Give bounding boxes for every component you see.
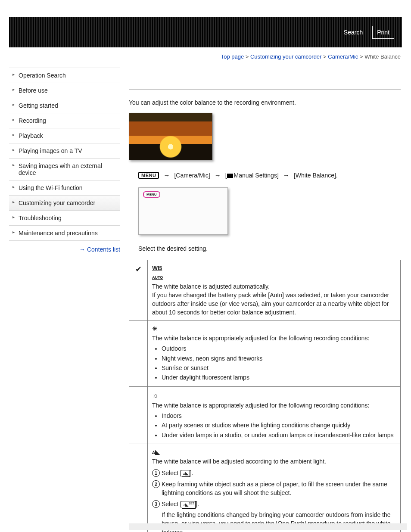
nav-wifi[interactable]: Using the Wi-Fi function bbox=[9, 180, 120, 196]
print-button[interactable]: Print bbox=[372, 26, 394, 39]
path-white-balance: [White Balance]. bbox=[294, 172, 338, 179]
nav-before-use[interactable]: Before use bbox=[9, 83, 120, 98]
path-manual-settings: [Manual Settings] bbox=[225, 172, 279, 179]
cond-item: At party scenes or studios where the lig… bbox=[162, 421, 396, 429]
contents-list-link[interactable]: Contents list bbox=[9, 246, 120, 253]
option-onepush-lead: The white balance will be adjusted accor… bbox=[152, 458, 326, 465]
path-camera-mic: [Camera/Mic] bbox=[174, 172, 210, 179]
divider bbox=[129, 89, 401, 90]
select-instruction: Select the desired setting. bbox=[138, 245, 401, 252]
onepush-icon: ▵◣ bbox=[152, 448, 160, 456]
crumb-customizing[interactable]: Customizing your camcorder bbox=[250, 53, 321, 60]
nav-playing-tv[interactable]: Playing images on a TV bbox=[9, 143, 120, 159]
options-table: ✔ WBAUTO The white balance is adjusted a… bbox=[129, 260, 401, 532]
sun-icon: ☀ bbox=[152, 324, 158, 333]
cond-item: Under daylight fluorescent lamps bbox=[162, 373, 396, 382]
onepush-set-icon: ▵◣SET bbox=[182, 501, 196, 509]
header-banner: Search Print bbox=[9, 17, 402, 47]
checkmark-icon: ✔ bbox=[129, 260, 148, 321]
cond-item: Under video lamps in a studio, or under … bbox=[162, 431, 396, 439]
arrow-icon: → bbox=[283, 171, 290, 179]
breadcrumb: Top page > Customizing your camcorder > … bbox=[0, 53, 401, 60]
screen-menu-tag: MENU bbox=[143, 191, 160, 198]
cond-item: Night views, neon signs and fireworks bbox=[162, 354, 396, 363]
step-number-icon: 2 bbox=[152, 480, 160, 488]
step-number-icon: 3 bbox=[152, 500, 160, 508]
nav-recording[interactable]: Recording bbox=[9, 113, 120, 128]
search-button[interactable]: Search bbox=[339, 26, 367, 38]
option-auto-text: The white balance is adjusted automatica… bbox=[152, 283, 389, 316]
step2-text: Keep framing white object such as a piec… bbox=[162, 481, 387, 496]
screen-illustration: MENU bbox=[138, 187, 228, 235]
sidebar: Operation Search Before use Getting star… bbox=[9, 68, 120, 253]
option-onepush: ▵◣ The white balance will be adjusted ac… bbox=[148, 444, 401, 532]
crumb-current: White Balance bbox=[364, 53, 401, 60]
arrow-icon: → bbox=[215, 171, 221, 179]
bulb-icon: ☼ bbox=[152, 390, 159, 400]
footer-strip bbox=[129, 523, 407, 530]
option-auto: WBAUTO The white balance is adjusted aut… bbox=[148, 260, 401, 321]
option-outdoor-lead: The white balance is appropriately adjus… bbox=[152, 335, 369, 342]
menu-path: MENU → [Camera/Mic] → [Manual Settings] … bbox=[138, 171, 401, 179]
menu-icon: MENU bbox=[138, 172, 159, 179]
settings-icon bbox=[227, 174, 233, 178]
nav-maintenance[interactable]: Maintenance and precautions bbox=[9, 226, 120, 241]
option-indoor-lead: The white balance is appropriately adjus… bbox=[152, 402, 369, 409]
option-indoor: ☼ The white balance is appropriately adj… bbox=[148, 386, 401, 444]
step-number-icon: 1 bbox=[152, 469, 160, 477]
option-outdoor: ☀ The white balance is appropriately adj… bbox=[148, 320, 401, 386]
onepush-small-icon: ▵◣ bbox=[182, 470, 190, 477]
cond-item: Indoors bbox=[162, 411, 396, 420]
crumb-camera-mic[interactable]: Camera/Mic bbox=[328, 53, 358, 60]
sample-photo bbox=[129, 113, 212, 160]
nav-playback[interactable]: Playback bbox=[9, 128, 120, 143]
nav-saving-external[interactable]: Saving images with an external device bbox=[9, 159, 120, 180]
cond-item: Outdoors bbox=[162, 344, 396, 353]
main-content: You can adjust the color balance to the … bbox=[120, 68, 401, 532]
cond-item: Sunrise or sunset bbox=[162, 364, 396, 372]
nav-operation-search[interactable]: Operation Search bbox=[9, 68, 120, 83]
nav-customizing[interactable]: Customizing your camcorder bbox=[9, 196, 120, 211]
wb-auto-icon: WBAUTO bbox=[152, 264, 163, 281]
nav-getting-started[interactable]: Getting started bbox=[9, 98, 120, 113]
nav-troubleshooting[interactable]: Troubleshooting bbox=[9, 211, 120, 226]
crumb-top[interactable]: Top page bbox=[221, 53, 244, 60]
arrow-icon: → bbox=[163, 171, 170, 179]
intro-text: You can adjust the color balance to the … bbox=[129, 99, 401, 106]
